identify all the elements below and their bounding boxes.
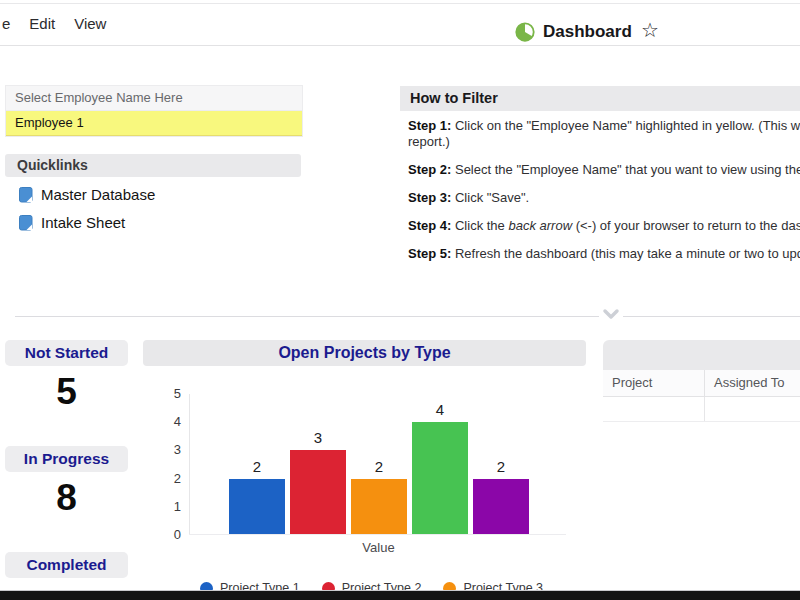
dashboard-screen: eEditView Dashboard ☆ Select Employee Na…	[0, 0, 800, 600]
filter-step-3: Step 3: Click "Save".	[408, 190, 800, 206]
table-cell	[603, 397, 705, 421]
table-cell	[705, 397, 800, 421]
bar-project-type-5	[473, 479, 529, 535]
chart-x-axis-label: Value	[229, 540, 528, 555]
quicklinks-panel: Quicklinks Master DatabaseIntake Sheet	[5, 154, 301, 242]
page-title: Dashboard	[543, 22, 632, 42]
quicklink-intake-sheet[interactable]: Intake Sheet	[19, 214, 301, 231]
step-label: Step 1:	[408, 118, 451, 133]
menu-item-edit[interactable]: Edit	[29, 15, 55, 32]
report-header-bar	[603, 340, 800, 370]
how-to-filter-steps: Step 1: Click on the "Employee Name" hig…	[408, 118, 800, 274]
employee-selector-header: Select Employee Name Here	[6, 86, 302, 111]
bar-project-type-3	[351, 479, 407, 535]
step-line: Step 5: Refresh the dashboard (this may …	[408, 246, 800, 262]
y-tick-label: 0	[143, 527, 181, 543]
employee-name-link[interactable]: Employee 1	[6, 111, 302, 136]
bar-value-label: 4	[412, 401, 468, 418]
project-report-panel: ProjectAssigned To	[603, 340, 800, 422]
y-tick-label: 1	[143, 499, 181, 515]
quicklink-master-database[interactable]: Master Database	[19, 186, 301, 203]
bar-value-label: 2	[473, 458, 529, 475]
chevron-down-icon[interactable]	[599, 308, 623, 324]
column-header-project: Project	[603, 370, 705, 396]
bar-value-label: 3	[290, 429, 346, 446]
bar-project-type-4	[412, 422, 468, 535]
menu-item-view[interactable]: View	[74, 15, 106, 32]
step-line: Step 1: Click on the "Employee Name" hig…	[408, 118, 800, 134]
step-line: Step 4: Click the back arrow (<-) of you…	[408, 218, 800, 234]
y-tick-label: 5	[143, 386, 181, 402]
bar-value-label: 2	[351, 458, 407, 475]
table-header-row: ProjectAssigned To	[603, 370, 800, 397]
bar-value-label: 2	[229, 458, 285, 475]
quicklinks-list: Master DatabaseIntake Sheet	[5, 177, 301, 231]
y-tick-label: 2	[143, 471, 181, 487]
chart-title: Open Projects by Type	[143, 340, 586, 366]
menu-item-e[interactable]: e	[2, 15, 10, 32]
quicklinks-title: Quicklinks	[5, 154, 301, 177]
column-header-assigned-to: Assigned To	[705, 370, 800, 396]
bottom-taskbar	[0, 590, 800, 600]
bar-project-type-2	[290, 450, 346, 535]
filter-step-1: Step 1: Click on the "Employee Name" hig…	[408, 118, 800, 150]
step-line: Step 2: Select the "Employee Name" that …	[408, 162, 800, 178]
bar-chart-plot: 01234523242	[143, 394, 586, 535]
filter-step-5: Step 5: Refresh the dashboard (this may …	[408, 246, 800, 262]
step-label: Step 3:	[408, 190, 451, 205]
table-row	[603, 397, 800, 422]
step-label: Step 5:	[408, 246, 451, 261]
menu-bar: eEditView Dashboard ☆	[0, 4, 800, 46]
step-label: Step 4:	[408, 218, 451, 233]
section-divider	[15, 316, 800, 317]
employee-selector-widget: Select Employee Name Here Employee 1	[5, 85, 303, 137]
open-projects-chart-panel: Open Projects by Type 01234523242 Value …	[143, 340, 586, 600]
y-tick-label: 3	[143, 442, 181, 458]
filter-step-4: Step 4: Click the back arrow (<-) of you…	[408, 218, 800, 234]
pie-chart-icon	[514, 21, 536, 43]
metric-value-not-started: 5	[5, 370, 128, 414]
y-tick-label: 4	[143, 414, 181, 430]
quicklink-label: Intake Sheet	[41, 214, 125, 231]
metric-badge-not-started: Not Started	[5, 340, 128, 366]
metric-badge-in-progress: In Progress	[5, 446, 128, 472]
bar-project-type-1	[229, 479, 285, 535]
document-icon	[19, 187, 33, 203]
step-line: report.)	[408, 134, 800, 150]
filter-step-2: Step 2: Select the "Employee Name" that …	[408, 162, 800, 178]
metrics-column: Not Started5In Progress8Completed	[5, 340, 128, 582]
table-body	[603, 397, 800, 422]
step-line: Step 3: Click "Save".	[408, 190, 800, 206]
metric-badge-completed: Completed	[5, 552, 128, 578]
how-to-filter-title: How to Filter	[400, 86, 800, 111]
metric-value-in-progress: 8	[5, 476, 128, 520]
step-label: Step 2:	[408, 162, 451, 177]
menu-items: eEditView	[2, 15, 106, 32]
quicklink-label: Master Database	[41, 186, 155, 203]
star-favorite-icon[interactable]: ☆	[641, 18, 659, 42]
document-icon	[19, 215, 33, 231]
